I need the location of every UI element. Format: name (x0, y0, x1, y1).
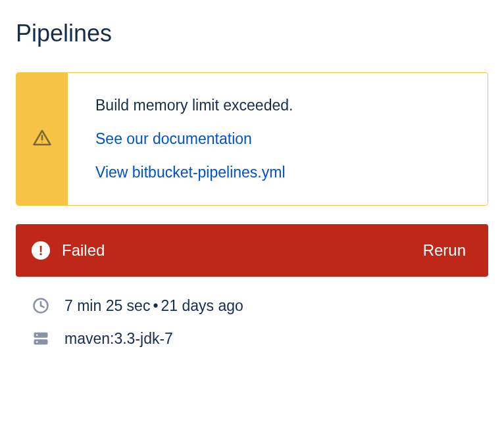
status-left: ! Failed (32, 241, 105, 260)
image-row: maven:3.3-jdk-7 (16, 329, 488, 348)
svg-line-4 (41, 306, 44, 307)
warning-icon (32, 128, 52, 151)
error-icon: ! (32, 241, 50, 260)
duration-value: 7 min 25 sec (64, 297, 150, 314)
duration-row: 7 min 25 sec•21 days ago (16, 296, 488, 315)
clock-icon (32, 296, 50, 315)
duration-text: 7 min 25 sec•21 days ago (64, 297, 243, 315)
warning-panel: Build memory limit exceeded. See our doc… (16, 72, 488, 206)
status-label: Failed (62, 241, 105, 260)
server-icon (32, 329, 50, 348)
svg-point-7 (36, 334, 38, 336)
meta-separator: • (150, 297, 161, 314)
warning-message: Build memory limit exceeded. (95, 97, 293, 114)
status-bar: ! Failed Rerun (16, 224, 488, 277)
when-value: 21 days ago (161, 297, 243, 314)
svg-point-8 (36, 341, 38, 343)
svg-rect-5 (34, 333, 48, 338)
rerun-button[interactable]: Rerun (423, 241, 466, 260)
warning-gutter (16, 73, 68, 205)
svg-point-1 (41, 141, 43, 143)
page-title: Pipelines (16, 20, 488, 47)
svg-rect-6 (34, 339, 48, 344)
documentation-link[interactable]: See our documentation (95, 130, 293, 148)
image-name: maven:3.3-jdk-7 (64, 330, 173, 348)
warning-body: Build memory limit exceeded. See our doc… (68, 73, 319, 205)
view-yml-link[interactable]: View bitbucket-pipelines.yml (95, 164, 293, 181)
